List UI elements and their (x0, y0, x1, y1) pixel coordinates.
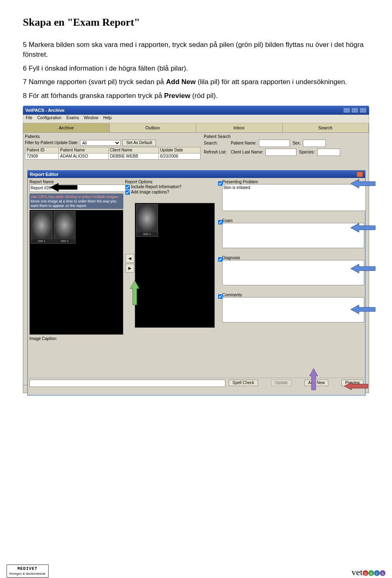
exam-label: Exam (222, 218, 363, 223)
set-default-button[interactable]: Set As Default (122, 140, 156, 146)
exam-textarea[interactable] (222, 223, 364, 248)
screenshot: VetPACS - Archive File Configuration Exa… (23, 106, 369, 393)
species-input[interactable] (317, 149, 340, 156)
instr-8: 8 För att förhands granska rapporten try… (23, 91, 369, 101)
report-editor-footer: Spell Check Update Add New Preview (28, 378, 365, 395)
preview-button[interactable]: Preview (341, 380, 363, 386)
report-name-label: Report Name (29, 180, 123, 185)
diagnosis-checkbox[interactable] (218, 257, 223, 262)
tab-search[interactable]: Search (283, 123, 369, 132)
menu-help[interactable]: Help (103, 116, 112, 122)
window-title: VetPACS - Archive (25, 108, 65, 113)
close-button[interactable] (359, 107, 367, 113)
menu-configuration[interactable]: Configuration (37, 116, 61, 122)
report-editor-window: Report Editor Report Name Use CRTL key w… (27, 170, 365, 396)
thumb-still1[interactable]: Still 1 (31, 211, 53, 244)
add-new-button[interactable]: Add New (305, 380, 329, 386)
report-editor-close-button[interactable] (356, 171, 363, 177)
image-caption-input[interactable] (29, 380, 225, 387)
report-editor-titlebar: Report Editor (28, 171, 365, 178)
update-button[interactable]: Update (271, 380, 292, 386)
patient-search-label: Patient Search (204, 134, 367, 139)
tab-outbox[interactable]: Outbox (110, 123, 196, 132)
maximize-button[interactable] (351, 107, 359, 113)
source-images-pane[interactable]: Still 1 Still 2 (29, 210, 123, 335)
instr-7: 7 Namnge rapporten (svart pil) tryck sed… (23, 77, 369, 87)
menu-window[interactable]: Window (84, 116, 98, 122)
medivet-logo: MEDIVET Röntgen & Medicinteknik (7, 565, 49, 578)
tab-inbox[interactable]: Inbox (196, 123, 283, 132)
hint-box: Use CRTL key while clicking to select mu… (29, 193, 123, 209)
move-left-button[interactable]: ◄ (125, 254, 134, 263)
comments-textarea[interactable] (222, 297, 364, 322)
thumb-still2[interactable]: Still 2 (53, 211, 76, 244)
filter-select[interactable]: All (80, 140, 121, 146)
instr-5: 5 Markera bilden som ska vara med i rapp… (23, 40, 369, 60)
comments-checkbox[interactable] (218, 294, 223, 299)
window-titlebar: VetPACS - Archive (23, 106, 369, 115)
menubar: File Configuration Exams Window Help (23, 115, 369, 123)
instr-6: 6 Fyll i önskad information i de högra f… (23, 64, 369, 73)
filter-label: Filter by Patient Update Date: (25, 140, 78, 145)
thumb-target-still1[interactable]: Still 1 (136, 204, 158, 237)
diagnosis-textarea[interactable] (222, 260, 364, 285)
client-name-input[interactable] (265, 149, 296, 156)
add-image-captions-checkbox[interactable] (125, 190, 130, 195)
menu-file[interactable]: File (26, 116, 32, 122)
main-tabs: Archive Outbox Inbox Search (23, 123, 369, 133)
report-options-label: Report Options (125, 180, 215, 185)
presenting-problem-textarea[interactable]: Skin is irritated (222, 184, 366, 211)
vetpacs-logo: vetpacs (352, 567, 385, 578)
patients-label: Patients (25, 134, 200, 139)
patient-name-input[interactable] (259, 140, 290, 147)
comments-label: Comments (222, 293, 363, 297)
image-caption-label: Image Caption: (29, 336, 123, 341)
diagnosis-label: Diagnosis (222, 256, 363, 260)
minimize-button[interactable] (343, 107, 350, 113)
menu-exams[interactable]: Exams (67, 116, 79, 122)
sex-input[interactable] (303, 140, 326, 147)
target-images-pane[interactable]: Still 1 (135, 203, 215, 328)
presenting-problem-checkbox[interactable] (218, 181, 223, 186)
report-name-input[interactable] (29, 185, 126, 192)
patients-table: Patient ID Patient Name Client Name Upda… (25, 147, 200, 160)
page-title: Skapa en "Exam Report" (23, 16, 369, 29)
presenting-problem-label: Presenting Problem (222, 180, 363, 184)
move-right-button[interactable]: ► (125, 264, 134, 273)
tab-archive[interactable]: Archive (23, 123, 110, 132)
include-report-info-checkbox[interactable] (125, 185, 130, 189)
spell-check-button[interactable]: Spell Check (229, 380, 258, 386)
table-row[interactable]: 72909 ADAM ALIOSO DEBBIE WEBB 6/23/2006 (25, 153, 200, 159)
exam-checkbox[interactable] (218, 220, 223, 225)
